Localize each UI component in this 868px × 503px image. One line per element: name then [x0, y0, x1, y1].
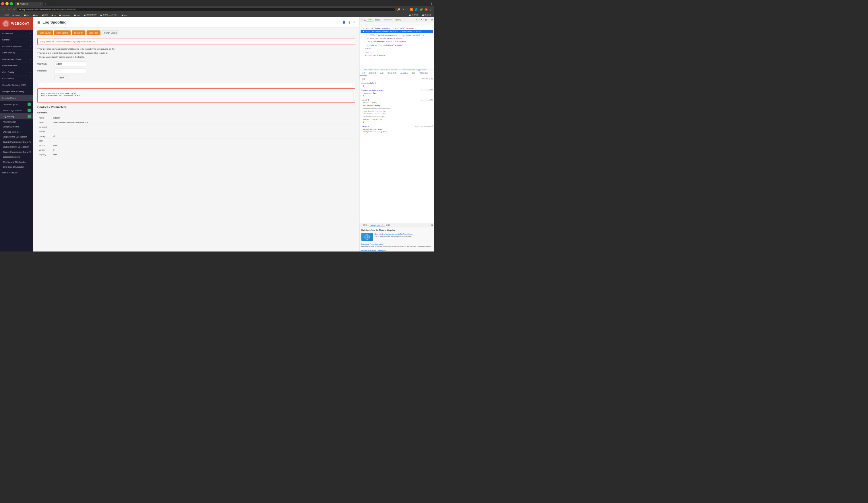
filter-input[interactable]: [361, 78, 422, 80]
dom-line-comment[interactable]: <!-- HTML fragment correponding to the l…: [361, 33, 433, 37]
bookmark-github[interactable]: 🐙 GitHub: [11, 14, 21, 17]
dom-tree[interactable]: ▶ <div id="lesson-progress" class="info"…: [360, 25, 434, 69]
sidebar-item-xss[interactable]: Cross-Site Scripting (XSS) ›: [0, 82, 33, 89]
bottom-tab-console[interactable]: 控制台: [361, 223, 369, 227]
bookmark-tech[interactable]: 📁 Tech: [73, 14, 81, 17]
bc-div-col-md-12[interactable]: div.col-md-12: [391, 69, 401, 71]
dt-panel-icon2[interactable]: ☐: [364, 18, 366, 21]
style-tab-styles[interactable]: 样式: [360, 71, 367, 76]
mail-icon[interactable]: ✉: [353, 21, 355, 24]
expand-arrow-3[interactable]: ▶: [368, 37, 369, 39]
expand-arrow-4[interactable]: ▶: [368, 44, 369, 46]
close-traffic-light[interactable]: [1, 2, 4, 6]
bookmark-bbs[interactable]: 📁 bbs: [32, 14, 39, 17]
show-solution-button[interactable]: Show Solution: [54, 30, 71, 35]
sidebar-item-introduction[interactable]: Introduction ›: [0, 30, 33, 37]
sidebar-subitem-stage1[interactable]: Stage 1: String SQL Injection: [0, 134, 33, 140]
back-button[interactable]: ←: [2, 8, 6, 12]
sidebar-item-error-handling[interactable]: Improper Error Handling ›: [0, 89, 33, 95]
close-whats-new[interactable]: ✕: [381, 224, 383, 226]
more-tabs-icon[interactable]: »: [402, 18, 406, 21]
hov-toggle[interactable]: :hov: [421, 78, 424, 80]
key-icon[interactable]: 🔑: [397, 8, 401, 11]
settings-icon[interactable]: ⚙: [425, 18, 427, 21]
chrome-icon[interactable]: 🌐: [414, 8, 418, 11]
restart-lesson-button[interactable]: Restart Lesson: [102, 30, 119, 35]
sidebar-subitem-blind-numeric[interactable]: Blind Numeric SQL Injection: [0, 160, 33, 165]
dt-tab-console[interactable]: 控制台: [373, 18, 382, 22]
sidebar-subitem-stage3[interactable]: Stage 3: Numeric SQL Injection: [0, 144, 33, 150]
info-icon[interactable]: ℹ: [349, 21, 350, 24]
sidebar-item-concurrency[interactable]: Concurrency ›: [0, 75, 33, 82]
bc-div-col-md-8[interactable]: div.col-md-8: [381, 69, 390, 71]
dt-tab-recorder[interactable]: Recorder ↑: [382, 18, 394, 21]
bottom-panel-close[interactable]: ✕: [431, 224, 433, 227]
login-button[interactable]: Login: [54, 75, 68, 80]
dom-line-lesson-content-2[interactable]: ▶ <div id="lessonContent">…</div>: [361, 43, 433, 47]
dt-tab-elements[interactable]: 元素: [366, 18, 373, 22]
browser-tab[interactable]: W WebGoat ×: [14, 2, 43, 6]
more-menu-icon[interactable]: ⋮: [429, 8, 432, 11]
dt-panel-icon[interactable]: ⬚: [361, 18, 363, 21]
sidebar-item-ajax[interactable]: AJAX Security ›: [0, 50, 33, 56]
sidebar-item-buffer[interactable]: Buffer Overflows ›: [0, 63, 33, 69]
hamburger-menu-icon[interactable]: ☰: [37, 20, 40, 24]
bc-main-content[interactable]: main-content: [364, 69, 373, 71]
username-input[interactable]: [54, 61, 86, 66]
bc-lesson-content-wrapper[interactable]: div#lesson-content-wrapper.panel: [402, 69, 426, 71]
show-source-button[interactable]: Show Source: [37, 30, 53, 35]
sidebar-item-code-quality[interactable]: Code Quality ›: [0, 69, 33, 75]
dom-line-close-div-1[interactable]: </div>: [361, 47, 433, 50]
sidebar-subitem-blind-string[interactable]: Blind String SQL Injection: [0, 165, 33, 170]
new-tab-button[interactable]: +: [44, 2, 46, 6]
tab-close-button[interactable]: ×: [40, 3, 41, 5]
dt-more-icon[interactable]: ⋮: [428, 18, 430, 21]
avatar-icon[interactable]: 头: [424, 8, 428, 11]
bc-div-row[interactable]: div.row: [375, 69, 380, 71]
bookmark-other[interactable]: 📁 其他书签: [408, 13, 420, 17]
dt-close-icon[interactable]: ✕: [431, 18, 433, 21]
bookmark-tool[interactable]: 📁 tool: [23, 14, 30, 17]
sidebar-item-dos[interactable]: Denial of Service ›: [0, 170, 33, 176]
bottom-tab-whats-new[interactable]: What's New ✕: [369, 223, 385, 227]
bottom-tab-issues[interactable]: 问题: [384, 223, 391, 227]
sidebar-item-auth-flaws[interactable]: Authentication Flaws ›: [0, 56, 33, 63]
forward-button[interactable]: →: [7, 8, 11, 12]
dom-line-comment-2[interactable]: <!--col-md-8 end-->: [361, 54, 433, 57]
cls-toggle[interactable]: .cls: [426, 78, 428, 80]
sidebar-subitem-db-backdoors[interactable]: Database Backdoors: [0, 154, 33, 160]
style-tab-accessibility[interactable]: 无障碍功能: [417, 71, 430, 76]
dom-line-lesson-progress[interactable]: ▶ <div id="lesson-progress" class="info"…: [361, 27, 433, 30]
bookmark-ctf[interactable]: 📁 ctf: [51, 14, 57, 17]
browser-menu-icon[interactable]: ⋮: [430, 2, 433, 6]
extension-icon[interactable]: 1: [410, 8, 413, 11]
bookmark-apps[interactable]: ⬛ 应用: [2, 13, 10, 17]
sidebar-subitem-string-sql[interactable]: String SQL Injection: [0, 124, 33, 130]
address-bar[interactable]: 🔒 http://localhost:8080/WebGoat/start.mv…: [17, 8, 395, 11]
dt-tab-sources[interactable]: 源代码: [394, 18, 402, 22]
sidebar-subitem-lab-sql[interactable]: LAB: SQL Injection: [0, 130, 33, 135]
highlight-title-2[interactable]: Improved Properties pane: [361, 243, 432, 245]
bookmark-minecraft[interactable]: 📁 中文Minecraft Wik...: [99, 13, 119, 17]
password-input[interactable]: [54, 68, 86, 73]
sidebar-item-injection[interactable]: Injection Flaws ›: [0, 95, 33, 101]
add-style-btn[interactable]: +: [429, 78, 430, 80]
refresh-button[interactable]: ↻: [12, 8, 16, 12]
user-icon[interactable]: 👤: [342, 21, 346, 24]
sidebar-subitem-stage4[interactable]: Stage 4: Parameterized Query #2: [0, 150, 33, 155]
puzzle-icon[interactable]: 🧩: [420, 8, 423, 11]
show-hints-button[interactable]: Show Hints: [86, 30, 101, 35]
style-tab-layout[interactable]: 布局: [378, 71, 385, 76]
sidebar-subitem-numeric-sql[interactable]: Numeric SQL Injection ✓: [0, 107, 33, 113]
show-plan-button[interactable]: Show Plan: [72, 30, 85, 35]
expand-arrow[interactable]: ▶: [363, 27, 364, 29]
sidebar-subitem-stage2[interactable]: Stage 2: Parameterized Query #1: [0, 140, 33, 145]
style-tab-event-listeners[interactable]: 事件监听器: [385, 71, 398, 76]
sidebar-subitem-log-spoofing[interactable]: Log Spoofing ✓: [0, 113, 33, 120]
style-tab-properties[interactable]: 属性: [410, 71, 417, 76]
minimize-traffic-light[interactable]: [6, 2, 9, 6]
bookmark-readlist[interactable]: 📖 阅读清单: [421, 13, 433, 17]
highlight-title-3[interactable]: New Back/forward Cache pane: [361, 249, 386, 252]
style-tab-dom-breakpoints[interactable]: DOM 断点: [398, 71, 410, 76]
triangle-icon[interactable]: ▶: [363, 92, 364, 94]
